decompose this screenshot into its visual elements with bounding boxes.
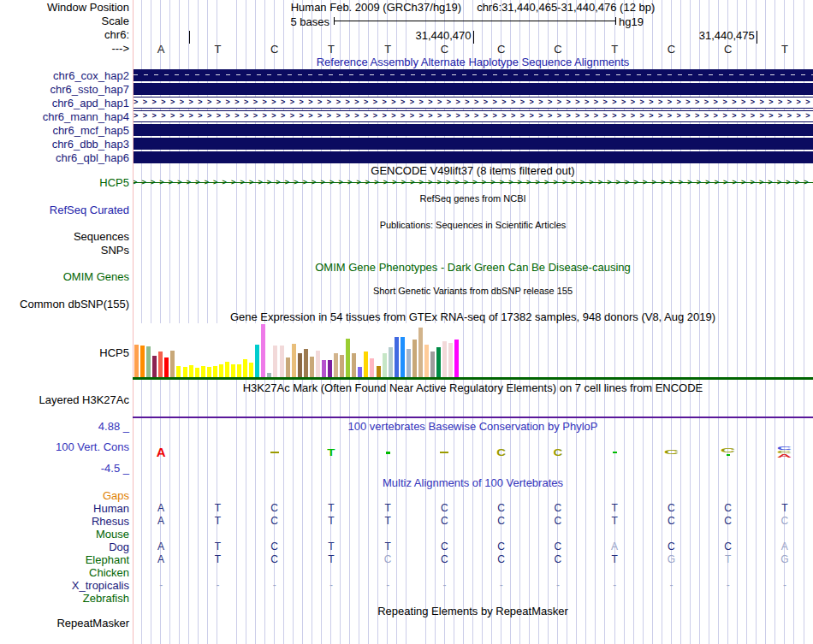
multiz-species-label-human[interactable]: Human — [0, 503, 129, 515]
gtex-bar[interactable] — [201, 366, 205, 377]
gtex-bar[interactable] — [389, 347, 393, 377]
gtex-bar[interactable] — [401, 337, 405, 377]
gtex-bar[interactable] — [237, 364, 241, 377]
gtex-bar[interactable] — [158, 352, 163, 377]
publications-track-title[interactable]: Publications: Sequences in Scientific Ar… — [133, 220, 813, 231]
track-label-apd-hap1[interactable]: chr6_apd_hap1 — [0, 97, 129, 109]
multiz-species-label-dog[interactable]: Dog — [0, 541, 129, 553]
gtex-bar[interactable] — [442, 341, 447, 377]
track-label-gtex-hcp5[interactable]: HCP5 — [0, 347, 129, 359]
gtex-track-title[interactable]: Gene Expression in 54 tissues from GTEx … — [133, 311, 813, 322]
track-bar-mann-hap4[interactable]: >>>>>>>>>>>>>>>>>>>>>>>>>>>>>>>>>>>>>>>>… — [134, 110, 813, 122]
track-bar-cox-hap2[interactable] — [134, 69, 813, 81]
gtex-bar[interactable] — [395, 337, 399, 377]
track-label-100-vert-cons[interactable]: 100 Vert. Cons — [0, 441, 129, 453]
conservation-glyph-part — [440, 452, 448, 453]
track-bar-mcf-hap5[interactable] — [134, 124, 813, 136]
gtex-bar[interactable] — [183, 367, 187, 377]
track-label-qbl-hap6[interactable]: chr6_qbl_hap6 — [0, 152, 129, 164]
refseq-track-title[interactable]: RefSeq genes from NCBI — [133, 193, 813, 204]
gtex-bar[interactable] — [146, 346, 151, 377]
track-label-snps[interactable]: SNPs — [0, 245, 129, 257]
gtex-bar-chart[interactable] — [133, 323, 460, 377]
gtex-bar[interactable] — [298, 353, 302, 377]
track-label-mann-hap4[interactable]: chr6_mann_hap4 — [0, 111, 129, 123]
hcp5-gene-arrow-line[interactable]: >>>>>>>>>>>>>>>>>>>>>>>>>>>>>>>>>>>>>>>>… — [133, 177, 813, 188]
track-label-refseq-curated[interactable]: RefSeq Curated — [0, 204, 129, 216]
gtex-bar[interactable] — [195, 368, 199, 377]
multiz-species-label-mouse[interactable]: Mouse — [0, 529, 129, 541]
track-label-sequences[interactable]: Sequences — [0, 231, 129, 243]
gtex-bar[interactable] — [273, 346, 277, 377]
gtex-bar[interactable] — [316, 351, 320, 377]
gtex-bar[interactable] — [448, 343, 453, 377]
gtex-bar[interactable] — [377, 366, 381, 377]
gtex-bar[interactable] — [454, 340, 459, 377]
gtex-bar[interactable] — [243, 359, 247, 377]
gtex-bar[interactable] — [164, 357, 169, 377]
track-bar-ssto-hap7[interactable] — [134, 83, 813, 95]
omim-track-title[interactable]: OMIM Gene Phenotypes - Dark Green Can Be… — [133, 262, 813, 273]
gtex-bar[interactable] — [436, 347, 441, 377]
multiz-track-title[interactable]: Multiz Alignments of 100 Vertebrates — [133, 477, 813, 488]
gtex-bar[interactable] — [280, 346, 284, 377]
gtex-bar[interactable] — [346, 339, 350, 377]
gtex-bar[interactable] — [170, 351, 175, 377]
multiz-species-label-gaps[interactable]: Gaps — [0, 490, 129, 502]
gtex-bar[interactable] — [249, 363, 253, 377]
gtex-bar[interactable] — [255, 345, 259, 377]
multiz-species-label-elephant[interactable]: Elephant — [0, 554, 129, 566]
gtex-bar[interactable] — [352, 353, 356, 377]
gtex-bar[interactable] — [207, 367, 211, 377]
multiz-species-label-rhesus[interactable]: Rhesus — [0, 516, 129, 528]
track-label-omim-genes[interactable]: OMIM Genes — [0, 271, 129, 283]
gtex-bar[interactable] — [152, 356, 157, 377]
gtex-bar[interactable] — [358, 367, 362, 377]
track-label-repeatmasker[interactable]: RepeatMasker — [0, 617, 129, 629]
gtex-bar[interactable] — [219, 364, 223, 377]
gtex-bar[interactable] — [424, 345, 429, 377]
gtex-bar[interactable] — [310, 357, 314, 377]
gencode-track-title[interactable]: GENCODE V49lift37 (8 items filtered out) — [133, 165, 813, 176]
gtex-bar[interactable] — [340, 355, 344, 377]
track-label-mcf-hap5[interactable]: chr6_mcf_hap5 — [0, 125, 129, 137]
gtex-bar[interactable] — [418, 328, 423, 377]
gtex-bar[interactable] — [134, 345, 139, 377]
gene-label-hcp5[interactable]: HCP5 — [0, 177, 129, 189]
track-label-cox-hap2[interactable]: chr6_cox_hap2 — [0, 70, 129, 82]
gtex-bar[interactable] — [304, 349, 308, 377]
dbsnp-track-title[interactable]: Short Genetic Variants from dbSNP releas… — [133, 286, 813, 297]
gtex-bar[interactable] — [189, 365, 193, 377]
gtex-bar[interactable] — [370, 358, 374, 377]
gtex-bar[interactable] — [231, 364, 235, 377]
gtex-bar[interactable] — [286, 357, 290, 377]
gtex-bar[interactable] — [364, 352, 368, 377]
gtex-bar[interactable] — [322, 360, 326, 377]
gtex-bar[interactable] — [176, 366, 181, 377]
gtex-bar[interactable] — [261, 324, 265, 377]
gtex-bar[interactable] — [406, 349, 411, 377]
gtex-bar[interactable] — [430, 352, 435, 377]
phylop-track-title[interactable]: 100 vertebrates Basewise Conservation by… — [133, 421, 813, 432]
haplotype-track-title[interactable]: Reference Assembly Alternate Haplotype S… — [133, 56, 813, 68]
track-bar-dbb-hap3[interactable] — [134, 138, 813, 150]
track-bar-apd-hap1[interactable]: >>>>>>>>>>>>>>>>>>>>>>>>>>>>>>>>>>>>>>>>… — [134, 97, 813, 109]
h3k27ac-track-title[interactable]: H3K27Ac Mark (Often Found Near Active Re… — [133, 382, 813, 393]
track-label-common-dbsnp[interactable]: Common dbSNP(155) — [0, 298, 129, 310]
multiz-species-label-chicken[interactable]: Chicken — [0, 567, 129, 579]
gtex-bar[interactable] — [334, 353, 338, 377]
gtex-bar[interactable] — [213, 366, 217, 377]
gtex-bar[interactable] — [328, 360, 332, 377]
multiz-species-label-x_tropicalis[interactable]: X_tropicalis — [0, 580, 129, 592]
multiz-species-label-zebrafish[interactable]: Zebrafish — [0, 593, 129, 605]
gtex-bar[interactable] — [225, 362, 229, 377]
track-label-dbb-hap3[interactable]: chr6_dbb_hap3 — [0, 139, 129, 151]
gtex-bar[interactable] — [140, 346, 145, 377]
track-label-layered-h3k27ac[interactable]: Layered H3K27Ac — [0, 394, 129, 406]
gtex-bar[interactable] — [383, 353, 387, 377]
track-bar-qbl-hap6[interactable] — [134, 151, 813, 163]
gtex-bar[interactable] — [412, 340, 417, 377]
track-label-ssto-hap7[interactable]: chr6_ssto_hap7 — [0, 84, 129, 96]
repeatmasker-track-title[interactable]: Repeating Elements by RepeatMasker — [133, 606, 813, 617]
gtex-bar[interactable] — [292, 344, 296, 377]
